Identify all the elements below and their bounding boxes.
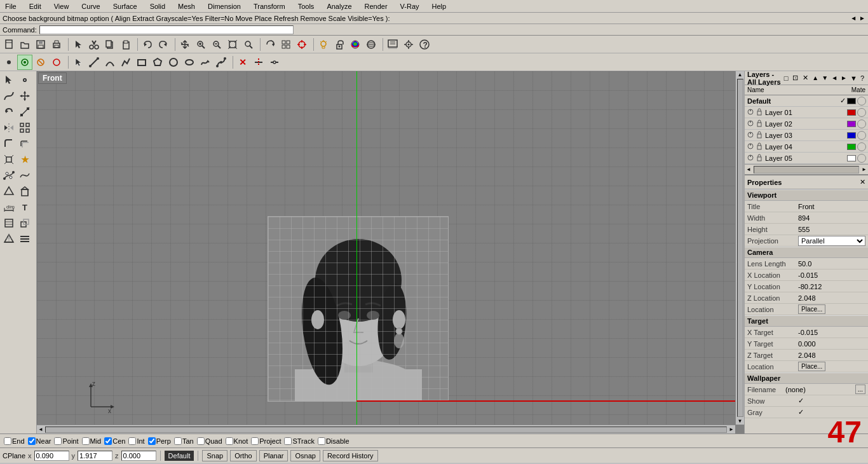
tb-select[interactable]	[71, 37, 86, 52]
menu-file[interactable]: File	[3, 2, 19, 11]
layers-new-btn[interactable]: □	[782, 74, 790, 83]
cmdbar-arrow-left[interactable]: ◄	[850, 15, 857, 22]
record-history-btn[interactable]: Record History	[323, 450, 378, 461]
tb-undo[interactable]	[140, 37, 155, 52]
tb-options[interactable]	[401, 37, 416, 52]
ortho-mode-btn[interactable]: Ortho	[230, 450, 257, 461]
vscroll-up-arrow[interactable]: ▲	[737, 71, 743, 78]
lt-select-tool[interactable]	[1, 72, 17, 88]
lt-text-tool[interactable]: T	[17, 200, 32, 215]
osnap-mode-btn[interactable]: Osnap	[290, 450, 320, 461]
layer-row-03[interactable]: Layer 03	[745, 130, 868, 141]
tb-grid[interactable]	[278, 37, 294, 52]
menu-curve[interactable]: Curve	[79, 2, 102, 11]
prop-filename-dots-btn[interactable]: ...	[855, 385, 865, 394]
lt-mesh-tool[interactable]	[1, 231, 17, 247]
menu-tools[interactable]: Tools	[295, 2, 317, 11]
tb2-rect[interactable]	[134, 55, 149, 70]
layer-row-05[interactable]: Layer 05	[745, 153, 868, 164]
snap-disable-check[interactable]	[318, 437, 325, 445]
menu-edit[interactable]: Edit	[27, 2, 44, 11]
lt-join-tool[interactable]: ★	[17, 152, 32, 167]
tb2-interp[interactable]	[214, 55, 229, 70]
vscroll-track[interactable]	[737, 79, 743, 417]
tb-open[interactable]	[17, 37, 32, 52]
viewport-vscroll[interactable]: ▲ ▼	[735, 71, 744, 425]
layer-row-default[interactable]: Default ✓	[745, 95, 868, 107]
layers-scroll-right[interactable]: ►	[860, 167, 868, 172]
snap-strack-check[interactable]	[284, 437, 292, 445]
menu-solid[interactable]: Solid	[147, 2, 168, 11]
layer-row-04[interactable]: Layer 04	[745, 141, 868, 153]
planar-mode-btn[interactable]: Planar	[259, 450, 288, 461]
lt-surface-tool[interactable]	[1, 184, 17, 199]
snap-knot[interactable]: Knot	[224, 437, 250, 445]
lt-explode-tool[interactable]	[1, 152, 17, 167]
hscroll-track[interactable]	[45, 426, 727, 433]
tb-snap-cursor[interactable]	[294, 37, 309, 52]
prop-tgtloc-place-btn[interactable]: Place...	[798, 362, 825, 371]
menu-vray[interactable]: V-Ray	[398, 2, 422, 11]
layers-delete-btn[interactable]: ✕	[801, 73, 810, 83]
tb2-arc[interactable]	[102, 55, 118, 70]
snap-project[interactable]: Project	[250, 437, 282, 445]
menu-transform[interactable]: Transform	[251, 2, 288, 11]
tb2-freeform[interactable]	[198, 55, 213, 70]
snap-cen-check[interactable]	[104, 437, 112, 445]
lt-fillet-tool[interactable]	[1, 136, 17, 151]
hscroll-right-arrow[interactable]: ►	[728, 426, 735, 432]
tb2-snap-off[interactable]	[33, 55, 48, 70]
tb-rotate[interactable]	[262, 37, 278, 52]
snap-tan-check[interactable]	[174, 437, 182, 445]
lt-layer-tool[interactable]	[17, 231, 32, 247]
vscroll-down-arrow[interactable]: ▼	[737, 418, 743, 425]
hscroll-left-arrow[interactable]: ◄	[37, 426, 44, 432]
tb-zoom-out[interactable]	[209, 37, 224, 52]
snap-near[interactable]: Near	[27, 437, 53, 445]
tb-color[interactable]	[348, 37, 363, 52]
layer-row-02[interactable]: Layer 02	[745, 118, 868, 130]
tb-zoom-sel[interactable]	[241, 37, 256, 52]
snap-mode-btn[interactable]: Snap	[202, 450, 227, 461]
snap-cen[interactable]: Cen	[103, 437, 126, 445]
menu-view[interactable]: View	[51, 2, 72, 11]
tb-zoom-ext[interactable]	[225, 37, 240, 52]
lt-scale-tool[interactable]	[17, 104, 32, 119]
properties-close-btn[interactable]: ✕	[860, 178, 865, 186]
lt-control-pt-tool[interactable]	[1, 168, 17, 183]
tb2-split[interactable]	[267, 55, 282, 70]
tb2-trim[interactable]	[251, 55, 266, 70]
snap-mid[interactable]: Mid	[81, 437, 103, 445]
layers-scrollbar[interactable]: ◄ ►	[745, 164, 868, 174]
snap-quad-check[interactable]	[197, 437, 205, 445]
tb2-polyline[interactable]	[118, 55, 133, 70]
tb2-point[interactable]	[1, 55, 17, 70]
command-input[interactable]	[39, 25, 294, 34]
viewport-hscroll[interactable]: ◄ ►	[37, 425, 735, 433]
snap-mid-check[interactable]	[82, 437, 90, 445]
menu-analyze[interactable]: Analyze	[324, 2, 354, 11]
layers-nav-down-btn[interactable]: ▼	[820, 74, 829, 81]
snap-perp-check[interactable]	[148, 437, 156, 445]
snap-point[interactable]: Point	[53, 437, 79, 445]
prop-projection-select[interactable]: Parallel	[798, 236, 865, 246]
tb-lock[interactable]	[332, 37, 347, 52]
tb2-polygon[interactable]	[150, 55, 165, 70]
layers-scroll-track[interactable]	[754, 166, 859, 174]
snap-knot-check[interactable]	[226, 437, 233, 445]
tb-named-view[interactable]	[385, 37, 400, 52]
lt-hatch-tool[interactable]	[1, 215, 17, 231]
lt-rotate-tool[interactable]	[1, 104, 17, 119]
snap-near-check[interactable]	[28, 437, 36, 445]
cmdbar-arrow-right[interactable]: ►	[859, 15, 865, 22]
lt-block-tool[interactable]	[17, 215, 32, 231]
snap-int[interactable]: Int	[127, 437, 146, 445]
lt-solid-tool[interactable]	[17, 184, 32, 199]
layers-scroll-left[interactable]: ◄	[745, 167, 752, 172]
layer-row-01[interactable]: Layer 01	[745, 107, 868, 118]
snap-project-check[interactable]	[251, 437, 259, 445]
tb2-circle[interactable]	[166, 55, 181, 70]
menu-dimension[interactable]: Dimension	[205, 2, 243, 11]
snap-perp[interactable]: Perp	[147, 437, 172, 445]
layers-nav-up-btn[interactable]: ▲	[811, 74, 820, 81]
